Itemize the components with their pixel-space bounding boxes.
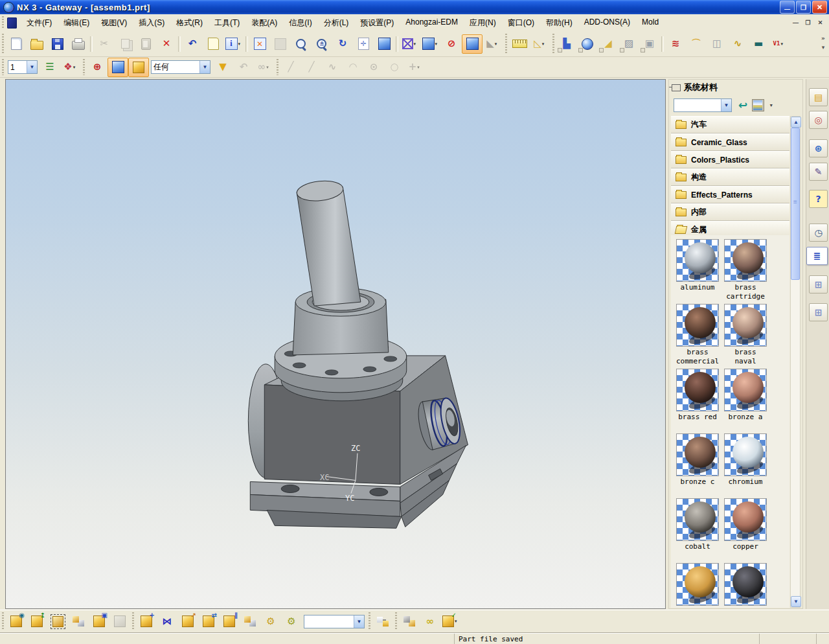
material-gold-material[interactable] bbox=[676, 563, 719, 607]
tube-feature[interactable]: ▬ bbox=[748, 34, 769, 54]
wcs-dynamics[interactable]: V1▾ bbox=[769, 34, 789, 54]
toolbar-grip[interactable] bbox=[276, 59, 279, 75]
new-palette-tab-1[interactable]: ⊞ bbox=[809, 275, 828, 293]
material-copper[interactable]: copper bbox=[724, 498, 767, 551]
sketch-point[interactable]: +▾ bbox=[405, 58, 426, 77]
material-bronze-c[interactable]: bronze c bbox=[676, 433, 719, 487]
chevron-down-icon[interactable]: ▾ bbox=[780, 41, 785, 47]
menu-item-1[interactable]: 编辑(E) bbox=[58, 16, 95, 30]
chevron-down-icon[interactable]: ▾ bbox=[455, 619, 459, 624]
find-component[interactable]: ◉ bbox=[6, 612, 27, 631]
replace-component[interactable]: ⇄ bbox=[198, 612, 219, 631]
brass-naval-thumbnail[interactable] bbox=[724, 304, 767, 347]
back-arrow-icon[interactable]: ↩ bbox=[738, 98, 747, 111]
snap-undo[interactable]: ↶ bbox=[233, 58, 254, 77]
chevron-down-icon[interactable]: ▼ bbox=[721, 99, 731, 111]
menu-item-0[interactable]: 文件(F) bbox=[21, 16, 58, 30]
chevron-down-icon[interactable]: ▾ bbox=[238, 41, 243, 47]
chevron-down-icon[interactable]: ▾ bbox=[266, 65, 271, 70]
material-brass-red[interactable]: brass red bbox=[676, 369, 719, 422]
wave-geometry-linker[interactable] bbox=[399, 612, 420, 631]
menu-item-9[interactable]: 预设置(P) bbox=[354, 16, 400, 30]
curve-points[interactable]: ❖▾ bbox=[60, 58, 81, 77]
menu-item-14[interactable]: ADD-ONS(A) bbox=[578, 16, 636, 30]
toolbar-overflow-chevron[interactable]: »▾ bbox=[819, 34, 828, 52]
variant-wrench[interactable]: ⚙ bbox=[281, 612, 302, 631]
shaded-display[interactable]: ▾ bbox=[420, 34, 441, 54]
brass-cartridge-thumbnail[interactable] bbox=[724, 239, 767, 282]
material-aluminum[interactable]: aluminum bbox=[676, 239, 719, 292]
layer-settings[interactable]: ☰ bbox=[40, 58, 60, 77]
chevron-down-icon[interactable]: ▾ bbox=[542, 41, 547, 47]
aluminum-thumbnail[interactable] bbox=[676, 239, 719, 282]
sketch-circle[interactable]: ○ bbox=[384, 58, 405, 77]
toolbar-grip[interactable] bbox=[505, 34, 508, 54]
help-tab[interactable]: ? bbox=[809, 190, 828, 208]
material-brass-commercial[interactable]: brass commercial bbox=[676, 304, 719, 366]
folder-item-5[interactable]: 内部 bbox=[671, 203, 789, 221]
scroll-up-icon[interactable]: ▲ bbox=[791, 117, 801, 128]
interpart-link[interactable] bbox=[372, 612, 393, 631]
palettes-tab[interactable]: ≣ bbox=[806, 247, 828, 265]
sketch-segment[interactable]: ╱ bbox=[301, 58, 322, 77]
gold-material-thumbnail[interactable] bbox=[676, 563, 719, 606]
menu-item-8[interactable]: 分析(L) bbox=[318, 16, 355, 30]
restore-button[interactable] bbox=[796, 1, 811, 14]
assembly-wrench[interactable]: ⚙ bbox=[260, 612, 281, 631]
product-outline[interactable] bbox=[109, 612, 130, 631]
measure-angle[interactable]: ◺▾ bbox=[530, 34, 551, 54]
hidden-edges[interactable]: ⊘ bbox=[441, 34, 462, 54]
snap-point[interactable]: ⊕ bbox=[87, 58, 108, 77]
sketch-curve[interactable]: ∿ bbox=[322, 58, 343, 77]
web-browser-tab[interactable]: ⊛ bbox=[809, 139, 828, 157]
rotate-view[interactable]: ↻ bbox=[332, 34, 353, 54]
arrangement-combo[interactable]: ▼ bbox=[304, 615, 365, 628]
copper-thumbnail[interactable] bbox=[724, 498, 767, 541]
material-cobalt[interactable]: cobalt bbox=[676, 498, 719, 551]
section-analysis[interactable]: ▨ bbox=[619, 34, 639, 54]
history-tab[interactable]: ◷ bbox=[809, 224, 828, 242]
material-brass-cartridge[interactable]: brass cartridge bbox=[724, 239, 767, 301]
toolbar-grip[interactable] bbox=[368, 612, 371, 630]
toolbar-grip[interactable] bbox=[1, 612, 5, 630]
material-brass-naval[interactable]: brass naval bbox=[724, 304, 767, 366]
chevron-down-icon[interactable]: ▼ bbox=[199, 61, 210, 73]
material-bronze-a[interactable]: bronze a bbox=[724, 369, 767, 422]
folder-item-1[interactable]: Ceramic_Glass bbox=[671, 133, 789, 151]
menu-grip[interactable] bbox=[1, 16, 5, 30]
spline-tool[interactable]: ∿ bbox=[727, 34, 748, 54]
chevron-down-icon[interactable]: ▼ bbox=[354, 615, 364, 628]
select-components[interactable] bbox=[47, 612, 68, 631]
chevron-down-icon[interactable]: ▾ bbox=[73, 65, 78, 70]
preview-style-icon[interactable] bbox=[752, 99, 764, 111]
arc-analysis[interactable]: ⌒ bbox=[686, 34, 707, 54]
point-filter[interactable]: ▼ bbox=[212, 58, 233, 77]
print[interactable] bbox=[68, 34, 89, 54]
chevron-down-icon[interactable]: ▾ bbox=[435, 41, 440, 47]
sketch-arc[interactable]: ◠ bbox=[343, 58, 363, 77]
form-feature[interactable]: ▙ bbox=[556, 34, 577, 54]
mate-component[interactable]: ∥ bbox=[219, 612, 240, 631]
toolbar-grip[interactable] bbox=[1, 59, 5, 75]
constraint-navigator-tab[interactable]: ◎ bbox=[809, 111, 828, 129]
sketch-line[interactable]: ╱ bbox=[280, 58, 301, 77]
cobalt-thumbnail[interactable] bbox=[676, 498, 719, 541]
scrollbar-thumb[interactable] bbox=[791, 128, 800, 280]
add-component[interactable]: + bbox=[136, 612, 157, 631]
training-tab[interactable]: ✎ bbox=[809, 163, 828, 181]
menu-item-6[interactable]: 装配(A) bbox=[245, 16, 283, 30]
document-icon[interactable] bbox=[7, 17, 17, 29]
pattern-components[interactable] bbox=[68, 612, 89, 631]
paste[interactable] bbox=[135, 34, 156, 54]
new-palette-tab-2[interactable]: ⊞ bbox=[809, 303, 828, 321]
information[interactable]: i▾ bbox=[223, 34, 244, 54]
work-layer-combo[interactable]: 1▼ bbox=[8, 60, 38, 74]
surface-analysis[interactable] bbox=[577, 34, 598, 54]
chromium-thumbnail[interactable] bbox=[724, 433, 767, 476]
material-filter-combo[interactable]: ▼ bbox=[674, 98, 732, 112]
snap-endpoint[interactable] bbox=[108, 58, 128, 77]
menu-item-3[interactable]: 插入(S) bbox=[133, 16, 170, 30]
open-part[interactable] bbox=[27, 34, 47, 54]
zoom-area[interactable] bbox=[291, 34, 312, 54]
move-component[interactable]: ↗ bbox=[177, 612, 198, 631]
